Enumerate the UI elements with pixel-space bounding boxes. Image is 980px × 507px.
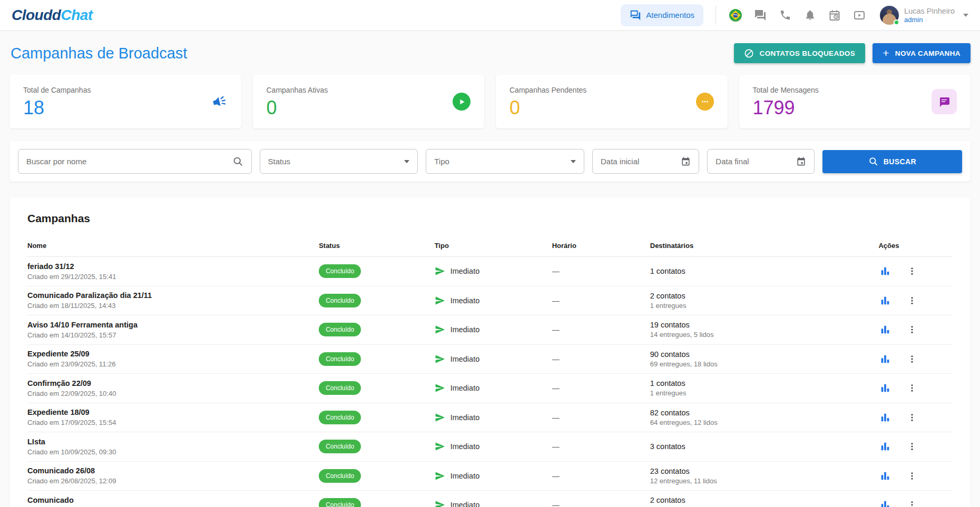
- campaign-menu-button[interactable]: [906, 265, 918, 277]
- table-row[interactable]: Comunicado Criado em 26/08/2025, 09:37 C…: [27, 491, 953, 507]
- section-title: Campanhas: [27, 212, 953, 225]
- column-header-nome: Nome: [27, 242, 319, 250]
- campaign-report-button[interactable]: [878, 323, 892, 336]
- status-badge: Concluído: [319, 469, 361, 483]
- campaign-created: Criado em 22/09/2025, 10:40: [27, 390, 319, 397]
- video-icon: [853, 9, 866, 22]
- campaign-menu-button[interactable]: [906, 470, 918, 482]
- campaign-report-button[interactable]: [878, 440, 892, 453]
- campaign-name: Expediente 18/09: [27, 408, 319, 416]
- tutorials-button[interactable]: [852, 8, 867, 23]
- contacts-count: 2 contatos: [650, 292, 879, 300]
- campaign-menu-button[interactable]: [906, 324, 918, 335]
- horario-value: —: [552, 384, 650, 392]
- campaign-menu-button[interactable]: [906, 499, 918, 507]
- delivery-info: 14 entregues, 5 lidos: [650, 331, 879, 339]
- calendar-icon: [796, 156, 806, 166]
- stat-value: 1799: [753, 98, 819, 117]
- delivery-info: 1 entregues: [650, 302, 879, 310]
- campaign-report-button[interactable]: [878, 264, 892, 278]
- search-field[interactable]: [18, 149, 252, 174]
- status-badge: Concluído: [319, 440, 361, 453]
- campaign-report-button[interactable]: [878, 352, 892, 366]
- language-flag-button[interactable]: [728, 8, 743, 23]
- campaign-name: Aviso 14/10 Ferramenta antiga: [27, 321, 319, 329]
- blocked-contacts-button[interactable]: CONTATOS BLOQUEADOS: [734, 43, 866, 63]
- tipo-label: Imediato: [450, 472, 480, 480]
- data-final-field[interactable]: Data final: [707, 149, 814, 174]
- status-badge: Concluído: [319, 381, 361, 395]
- buscar-button[interactable]: BUSCAR: [822, 150, 962, 173]
- tipo-label: Imediato: [450, 442, 480, 451]
- brazil-flag-icon: [729, 8, 742, 22]
- campaign-menu-button[interactable]: [906, 382, 918, 394]
- tipo-label: Imediato: [450, 267, 480, 275]
- tipo-label: Imediato: [450, 355, 480, 363]
- notifications-button[interactable]: [802, 8, 817, 23]
- horario-value: —: [552, 267, 650, 275]
- user-menu[interactable]: Lucas Pinheiro admin: [880, 6, 968, 25]
- campaign-menu-button[interactable]: [906, 441, 918, 452]
- tipo-label: Imediato: [450, 413, 480, 422]
- header-divider: [716, 6, 716, 25]
- stat-label: Total de Campanhas: [23, 86, 91, 94]
- bar-chart-icon: [879, 324, 891, 335]
- campaign-report-button[interactable]: [878, 411, 892, 424]
- bar-chart-icon: [879, 353, 891, 365]
- horario-value: —: [552, 413, 650, 422]
- send-icon: [435, 266, 445, 276]
- campaign-menu-button[interactable]: [906, 295, 918, 306]
- campaign-name: Comunicado: [27, 496, 319, 504]
- table-row[interactable]: Expediente 25/09 Criado em 23/09/2025, 1…: [27, 345, 953, 374]
- campaign-created: Criado em 29/12/2025, 15:41: [27, 273, 319, 281]
- stat-label: Campanhas Pendentes: [509, 86, 586, 94]
- pending-ellipsis-icon: [696, 93, 714, 111]
- internal-chat-button[interactable]: [753, 8, 768, 23]
- table-row[interactable]: Expediente 18/09 Criado em 17/09/2025, 1…: [27, 403, 953, 433]
- campaigns-table-body: feriado 31/12 Criado em 29/12/2025, 15:4…: [27, 257, 953, 507]
- logo-part2: Chat: [61, 7, 92, 23]
- campaign-report-button[interactable]: [878, 498, 892, 507]
- new-campaign-button[interactable]: + NOVA CAMPANHA: [873, 43, 971, 63]
- atendimentos-button[interactable]: Atendimentos: [621, 4, 703, 26]
- campaign-report-button[interactable]: [878, 294, 892, 307]
- table-row[interactable]: Aviso 14/10 Ferramenta antiga Criado em …: [27, 315, 953, 345]
- block-icon: [744, 48, 754, 58]
- contacts-count: 19 contatos: [650, 321, 879, 329]
- atendimentos-label: Atendimentos: [646, 11, 694, 19]
- tipo-select[interactable]: Tipo: [426, 149, 584, 174]
- campaign-menu-button[interactable]: [906, 353, 918, 365]
- chevron-down-icon: [571, 160, 576, 163]
- send-icon: [435, 383, 445, 393]
- schedule-button[interactable]: [827, 8, 842, 23]
- calendar-icon: [681, 156, 691, 166]
- table-row[interactable]: Comunicado Paralização dia 21/11 Criado …: [27, 286, 953, 316]
- campaign-created: Criado em 14/10/2025, 15:57: [27, 331, 319, 339]
- calls-button[interactable]: [778, 8, 792, 23]
- horario-value: —: [552, 472, 650, 480]
- contacts-count: 1 contatos: [650, 267, 879, 275]
- campaign-created: Criado em 18/11/2025, 14:43: [27, 302, 319, 310]
- page-title: Campanhas de Broadcast: [9, 45, 187, 62]
- table-row[interactable]: Comunicado 26/08 Criado em 26/08/2025, 1…: [27, 462, 953, 491]
- status-select[interactable]: Status: [260, 149, 418, 174]
- table-row[interactable]: feriado 31/12 Criado em 29/12/2025, 15:4…: [27, 257, 953, 286]
- online-status-dot: [894, 19, 899, 25]
- contacts-count: 82 contatos: [650, 409, 879, 417]
- horario-value: —: [552, 325, 650, 334]
- table-row[interactable]: LIsta Criado em 10/09/2025, 09:30 Conclu…: [27, 432, 953, 462]
- contacts-count: 23 contatos: [650, 467, 879, 475]
- search-input[interactable]: [26, 157, 232, 166]
- data-inicial-field[interactable]: Data inicial: [592, 149, 699, 174]
- user-name: Lucas Pinheiro: [904, 6, 955, 16]
- campaign-report-button[interactable]: [878, 381, 892, 395]
- stat-card-total-mensagens: Total de Mensagens 1799: [739, 75, 971, 128]
- topbar: ClouddChat Atendimentos: [0, 0, 980, 31]
- stat-label: Total de Mensagens: [753, 86, 819, 94]
- campaign-menu-button[interactable]: [906, 412, 918, 423]
- search-icon: [868, 156, 878, 166]
- campaign-report-button[interactable]: [878, 469, 892, 483]
- bar-chart-icon: [879, 295, 891, 306]
- tipo-label: Imediato: [450, 296, 480, 305]
- table-row[interactable]: Confirmção 22/09 Criado em 22/09/2025, 1…: [27, 374, 953, 403]
